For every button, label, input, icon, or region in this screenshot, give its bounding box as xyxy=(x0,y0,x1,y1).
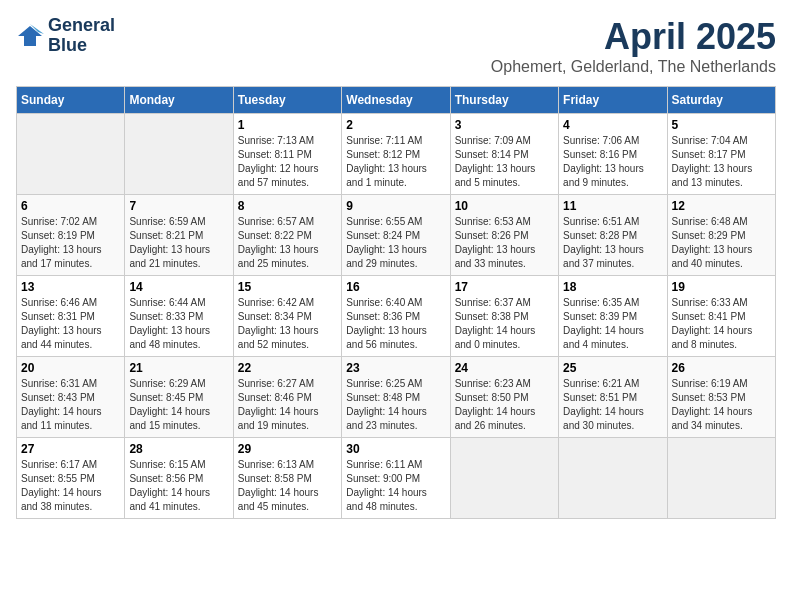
day-cell xyxy=(17,114,125,195)
day-info: Sunrise: 6:44 AM Sunset: 8:33 PM Dayligh… xyxy=(129,296,228,352)
day-number: 9 xyxy=(346,199,445,213)
day-info: Sunrise: 6:57 AM Sunset: 8:22 PM Dayligh… xyxy=(238,215,337,271)
day-info: Sunrise: 6:21 AM Sunset: 8:51 PM Dayligh… xyxy=(563,377,662,433)
day-number: 30 xyxy=(346,442,445,456)
day-cell: 23Sunrise: 6:25 AM Sunset: 8:48 PM Dayli… xyxy=(342,357,450,438)
weekday-header-row: SundayMondayTuesdayWednesdayThursdayFrid… xyxy=(17,87,776,114)
day-info: Sunrise: 6:13 AM Sunset: 8:58 PM Dayligh… xyxy=(238,458,337,514)
day-info: Sunrise: 7:02 AM Sunset: 8:19 PM Dayligh… xyxy=(21,215,120,271)
weekday-wednesday: Wednesday xyxy=(342,87,450,114)
day-cell xyxy=(559,438,667,519)
week-row-1: 1Sunrise: 7:13 AM Sunset: 8:11 PM Daylig… xyxy=(17,114,776,195)
day-info: Sunrise: 6:37 AM Sunset: 8:38 PM Dayligh… xyxy=(455,296,554,352)
title-area: April 2025 Ophemert, Gelderland, The Net… xyxy=(491,16,776,76)
day-info: Sunrise: 6:35 AM Sunset: 8:39 PM Dayligh… xyxy=(563,296,662,352)
day-number: 25 xyxy=(563,361,662,375)
day-cell: 13Sunrise: 6:46 AM Sunset: 8:31 PM Dayli… xyxy=(17,276,125,357)
day-info: Sunrise: 6:53 AM Sunset: 8:26 PM Dayligh… xyxy=(455,215,554,271)
day-cell: 18Sunrise: 6:35 AM Sunset: 8:39 PM Dayli… xyxy=(559,276,667,357)
day-number: 3 xyxy=(455,118,554,132)
day-cell xyxy=(125,114,233,195)
day-cell: 24Sunrise: 6:23 AM Sunset: 8:50 PM Dayli… xyxy=(450,357,558,438)
logo: General Blue xyxy=(16,16,115,56)
day-info: Sunrise: 6:29 AM Sunset: 8:45 PM Dayligh… xyxy=(129,377,228,433)
day-number: 6 xyxy=(21,199,120,213)
day-info: Sunrise: 6:42 AM Sunset: 8:34 PM Dayligh… xyxy=(238,296,337,352)
day-cell: 3Sunrise: 7:09 AM Sunset: 8:14 PM Daylig… xyxy=(450,114,558,195)
logo-text: General Blue xyxy=(48,16,115,56)
day-cell: 27Sunrise: 6:17 AM Sunset: 8:55 PM Dayli… xyxy=(17,438,125,519)
day-cell: 29Sunrise: 6:13 AM Sunset: 8:58 PM Dayli… xyxy=(233,438,341,519)
day-info: Sunrise: 6:33 AM Sunset: 8:41 PM Dayligh… xyxy=(672,296,771,352)
day-info: Sunrise: 6:51 AM Sunset: 8:28 PM Dayligh… xyxy=(563,215,662,271)
day-number: 5 xyxy=(672,118,771,132)
day-number: 24 xyxy=(455,361,554,375)
day-cell: 1Sunrise: 7:13 AM Sunset: 8:11 PM Daylig… xyxy=(233,114,341,195)
day-info: Sunrise: 7:13 AM Sunset: 8:11 PM Dayligh… xyxy=(238,134,337,190)
day-info: Sunrise: 6:27 AM Sunset: 8:46 PM Dayligh… xyxy=(238,377,337,433)
weekday-monday: Monday xyxy=(125,87,233,114)
calendar-body: 1Sunrise: 7:13 AM Sunset: 8:11 PM Daylig… xyxy=(17,114,776,519)
day-cell xyxy=(450,438,558,519)
day-number: 28 xyxy=(129,442,228,456)
day-cell: 17Sunrise: 6:37 AM Sunset: 8:38 PM Dayli… xyxy=(450,276,558,357)
day-info: Sunrise: 6:15 AM Sunset: 8:56 PM Dayligh… xyxy=(129,458,228,514)
calendar-table: SundayMondayTuesdayWednesdayThursdayFrid… xyxy=(16,86,776,519)
calendar-subtitle: Ophemert, Gelderland, The Netherlands xyxy=(491,58,776,76)
day-cell: 11Sunrise: 6:51 AM Sunset: 8:28 PM Dayli… xyxy=(559,195,667,276)
day-cell: 20Sunrise: 6:31 AM Sunset: 8:43 PM Dayli… xyxy=(17,357,125,438)
day-cell: 7Sunrise: 6:59 AM Sunset: 8:21 PM Daylig… xyxy=(125,195,233,276)
day-cell: 4Sunrise: 7:06 AM Sunset: 8:16 PM Daylig… xyxy=(559,114,667,195)
week-row-2: 6Sunrise: 7:02 AM Sunset: 8:19 PM Daylig… xyxy=(17,195,776,276)
week-row-5: 27Sunrise: 6:17 AM Sunset: 8:55 PM Dayli… xyxy=(17,438,776,519)
day-cell: 19Sunrise: 6:33 AM Sunset: 8:41 PM Dayli… xyxy=(667,276,775,357)
day-cell: 9Sunrise: 6:55 AM Sunset: 8:24 PM Daylig… xyxy=(342,195,450,276)
day-cell: 28Sunrise: 6:15 AM Sunset: 8:56 PM Dayli… xyxy=(125,438,233,519)
day-cell: 12Sunrise: 6:48 AM Sunset: 8:29 PM Dayli… xyxy=(667,195,775,276)
day-cell: 26Sunrise: 6:19 AM Sunset: 8:53 PM Dayli… xyxy=(667,357,775,438)
day-number: 19 xyxy=(672,280,771,294)
weekday-saturday: Saturday xyxy=(667,87,775,114)
day-number: 7 xyxy=(129,199,228,213)
day-info: Sunrise: 7:04 AM Sunset: 8:17 PM Dayligh… xyxy=(672,134,771,190)
weekday-tuesday: Tuesday xyxy=(233,87,341,114)
week-row-3: 13Sunrise: 6:46 AM Sunset: 8:31 PM Dayli… xyxy=(17,276,776,357)
day-cell: 8Sunrise: 6:57 AM Sunset: 8:22 PM Daylig… xyxy=(233,195,341,276)
day-number: 2 xyxy=(346,118,445,132)
day-cell: 6Sunrise: 7:02 AM Sunset: 8:19 PM Daylig… xyxy=(17,195,125,276)
day-cell: 25Sunrise: 6:21 AM Sunset: 8:51 PM Dayli… xyxy=(559,357,667,438)
day-number: 22 xyxy=(238,361,337,375)
day-info: Sunrise: 6:11 AM Sunset: 9:00 PM Dayligh… xyxy=(346,458,445,514)
day-number: 4 xyxy=(563,118,662,132)
week-row-4: 20Sunrise: 6:31 AM Sunset: 8:43 PM Dayli… xyxy=(17,357,776,438)
day-number: 18 xyxy=(563,280,662,294)
day-number: 10 xyxy=(455,199,554,213)
day-info: Sunrise: 6:59 AM Sunset: 8:21 PM Dayligh… xyxy=(129,215,228,271)
day-info: Sunrise: 6:19 AM Sunset: 8:53 PM Dayligh… xyxy=(672,377,771,433)
day-cell: 5Sunrise: 7:04 AM Sunset: 8:17 PM Daylig… xyxy=(667,114,775,195)
day-info: Sunrise: 6:31 AM Sunset: 8:43 PM Dayligh… xyxy=(21,377,120,433)
day-number: 15 xyxy=(238,280,337,294)
day-cell: 10Sunrise: 6:53 AM Sunset: 8:26 PM Dayli… xyxy=(450,195,558,276)
day-info: Sunrise: 6:40 AM Sunset: 8:36 PM Dayligh… xyxy=(346,296,445,352)
day-number: 16 xyxy=(346,280,445,294)
day-cell: 14Sunrise: 6:44 AM Sunset: 8:33 PM Dayli… xyxy=(125,276,233,357)
day-number: 26 xyxy=(672,361,771,375)
day-number: 1 xyxy=(238,118,337,132)
day-cell: 22Sunrise: 6:27 AM Sunset: 8:46 PM Dayli… xyxy=(233,357,341,438)
day-info: Sunrise: 6:46 AM Sunset: 8:31 PM Dayligh… xyxy=(21,296,120,352)
day-number: 23 xyxy=(346,361,445,375)
day-number: 8 xyxy=(238,199,337,213)
day-cell xyxy=(667,438,775,519)
day-info: Sunrise: 7:06 AM Sunset: 8:16 PM Dayligh… xyxy=(563,134,662,190)
day-info: Sunrise: 6:55 AM Sunset: 8:24 PM Dayligh… xyxy=(346,215,445,271)
day-number: 27 xyxy=(21,442,120,456)
day-number: 29 xyxy=(238,442,337,456)
day-info: Sunrise: 6:23 AM Sunset: 8:50 PM Dayligh… xyxy=(455,377,554,433)
day-info: Sunrise: 6:48 AM Sunset: 8:29 PM Dayligh… xyxy=(672,215,771,271)
svg-marker-0 xyxy=(18,26,42,46)
header: General Blue April 2025 Ophemert, Gelder… xyxy=(16,16,776,76)
day-info: Sunrise: 7:11 AM Sunset: 8:12 PM Dayligh… xyxy=(346,134,445,190)
day-cell: 16Sunrise: 6:40 AM Sunset: 8:36 PM Dayli… xyxy=(342,276,450,357)
day-info: Sunrise: 6:25 AM Sunset: 8:48 PM Dayligh… xyxy=(346,377,445,433)
